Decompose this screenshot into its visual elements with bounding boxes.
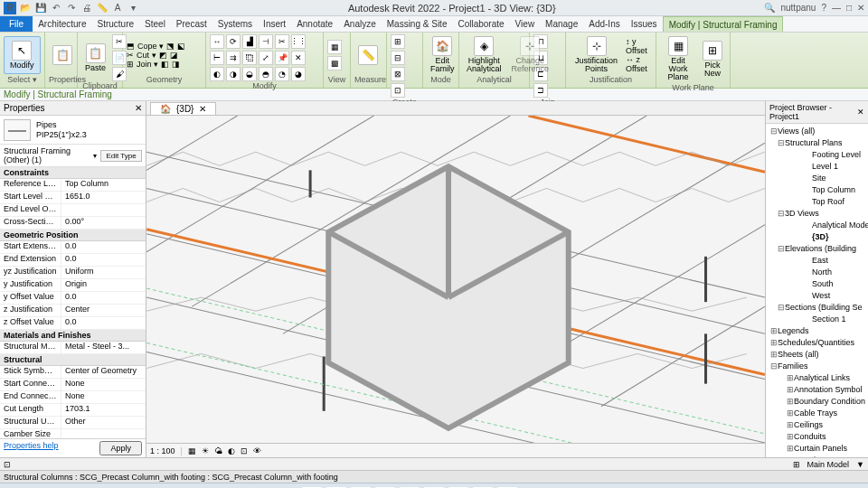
tree-item[interactable]: ⊞Annotation Symbol (777, 384, 866, 396)
pin-icon[interactable]: 📌 (275, 51, 289, 65)
tree-item[interactable]: West (786, 290, 866, 302)
geom-icon-1[interactable]: ⬔ (166, 42, 175, 51)
change-reference-button[interactable]: ⊹Change Reference (508, 34, 553, 75)
crop-icon[interactable]: ⊡ (241, 446, 248, 455)
apply-button[interactable]: Apply (99, 441, 142, 455)
help-icon[interactable]: ? (821, 3, 826, 13)
user-name[interactable]: nuttpanu (780, 3, 816, 13)
tab-addins[interactable]: Add-Ins (583, 16, 625, 32)
view-cube[interactable] (146, 123, 758, 443)
browser-tree[interactable]: ⊟Views (all) ⊟Structural Plans Footing L… (766, 124, 868, 457)
view-tab-3d[interactable]: 🏠{3D}✕ (150, 102, 216, 115)
properties-help-link[interactable]: Properties help (4, 441, 59, 455)
tree-item[interactable]: Section 1 (786, 314, 866, 325)
tree-item[interactable]: ⊞Analytical Links (777, 372, 866, 384)
measure-icon[interactable]: 📏 (96, 2, 108, 14)
redo-icon[interactable]: ↷ (65, 2, 78, 14)
mod-icon-4[interactable]: ◓ (259, 67, 273, 81)
join-icon[interactable]: ⊞ (127, 60, 134, 69)
copy-mod-icon[interactable]: ⿻ (242, 51, 257, 65)
move-icon[interactable]: ↔ (210, 34, 224, 49)
close-view-icon[interactable]: ✕ (199, 104, 206, 114)
3d-canvas[interactable]: 4000 (146, 116, 765, 443)
tree-item[interactable]: {3D} (786, 231, 866, 243)
tab-issues[interactable]: Issues (626, 16, 663, 32)
mod-icon-2[interactable]: ◑ (226, 67, 241, 81)
property-row[interactable]: Stick Symbol Loca...Center of Geometry (0, 366, 146, 379)
worksets-icon[interactable]: ⊞ (793, 460, 800, 469)
property-value[interactable]: 0.0 (61, 317, 146, 329)
tab-steel[interactable]: Steel (139, 16, 171, 32)
tree-sheets[interactable]: ⊞Sheets (all) (768, 349, 866, 361)
property-row[interactable]: Structural MaterialMetal - Steel - 3... (0, 342, 146, 354)
close-icon[interactable]: ✕ (857, 3, 864, 13)
tree-item[interactable]: North (786, 267, 866, 278)
property-row[interactable]: End Level Offset (0, 204, 146, 217)
edit-type-button[interactable]: Edit Type (100, 150, 142, 162)
mirror-icon[interactable]: ▟ (242, 34, 257, 49)
property-value[interactable]: 0.0 (61, 292, 146, 304)
properties-button[interactable]: 📋 (49, 43, 76, 67)
tree-sections[interactable]: ⊟Sections (Building Se (768, 302, 866, 314)
property-value[interactable]: Uniform (61, 267, 146, 278)
tree-item[interactable]: ⊞Ceilings (777, 419, 866, 431)
property-value[interactable]: 0.00° (61, 217, 146, 229)
qat-more-icon[interactable]: ▾ (127, 2, 139, 14)
property-row[interactable]: Camber Size (0, 429, 146, 438)
trim-icon[interactable]: ⊣ (259, 34, 273, 49)
tab-precast[interactable]: Precast (171, 16, 212, 32)
create-icon-2[interactable]: ⊟ (391, 51, 405, 65)
close-properties-icon[interactable]: ✕ (135, 103, 142, 113)
tree-item[interactable]: ⊞Curtain Panels (777, 443, 866, 455)
property-value[interactable]: 1651.0 (61, 192, 146, 203)
tab-insert[interactable]: Insert (258, 16, 291, 32)
property-value[interactable] (61, 429, 146, 438)
text-icon[interactable]: A (111, 2, 124, 14)
rotate-icon[interactable]: ⟳ (226, 34, 241, 49)
mod-icon-5[interactable]: ◔ (275, 67, 289, 81)
property-row[interactable]: Reference LevelTop Column (0, 179, 146, 192)
edit-family-button[interactable]: 🏠Edit Family (427, 34, 458, 75)
shadow-icon[interactable]: ◐ (228, 446, 235, 455)
property-row[interactable]: End ConnectionNone (0, 391, 146, 404)
pick-new-button[interactable]: ⊞Pick New (699, 39, 726, 80)
geom-icon-5[interactable]: ◧ (161, 60, 169, 69)
property-value[interactable]: None (61, 391, 146, 403)
tab-annotate[interactable]: Annotate (291, 16, 338, 32)
tree-item[interactable]: South (786, 278, 866, 290)
property-row[interactable]: Start Extension0.0 (0, 241, 146, 254)
main-model-label[interactable]: Main Model (807, 460, 850, 469)
tree-root[interactable]: ⊟Views (all) (768, 126, 866, 137)
create-icon-4[interactable]: ⊡ (391, 83, 405, 98)
scale-icon[interactable]: ⤢ (259, 51, 273, 65)
search-icon[interactable]: 🔍 (764, 3, 775, 13)
cope-icon[interactable]: ⬒ (127, 42, 135, 51)
tab-file[interactable]: File (0, 16, 33, 32)
tree-schedules[interactable]: ⊞Schedules/Quantities (768, 337, 866, 349)
paste-button[interactable]: 📋Paste (81, 42, 109, 74)
close-browser-icon[interactable]: ✕ (857, 108, 864, 117)
geom-icon-6[interactable]: ◨ (172, 60, 180, 69)
tree-item[interactable]: ⊞Cable Trays (777, 408, 866, 419)
property-value[interactable] (61, 204, 146, 216)
split-icon[interactable]: ✂ (275, 34, 289, 49)
maximize-icon[interactable]: □ (846, 3, 852, 13)
open-icon[interactable]: 📂 (19, 2, 32, 14)
property-value[interactable]: 1703.1 (61, 404, 146, 416)
property-value[interactable]: Other (61, 417, 146, 428)
property-value[interactable]: Top Column (61, 179, 146, 191)
select-mode-icon[interactable]: ⊡ (4, 460, 11, 469)
property-row[interactable]: Structural UsageOther (0, 417, 146, 429)
property-value[interactable]: Metal - Steel - 3... (61, 342, 146, 353)
type-selector[interactable]: PipesPIP25(1")x2.3 (0, 116, 146, 145)
tab-view[interactable]: View (510, 16, 541, 32)
measure-button[interactable]: 📏 (354, 43, 382, 67)
tab-collaborate[interactable]: Collaborate (452, 16, 509, 32)
tab-manage[interactable]: Manage (540, 16, 583, 32)
mod-icon-3[interactable]: ◒ (242, 67, 257, 81)
property-row[interactable]: Cut Length1703.1 (0, 404, 146, 417)
geom-icon-2[interactable]: ⬕ (177, 42, 185, 51)
property-row[interactable]: Cross-Section Rot...0.00° (0, 217, 146, 230)
tab-systems[interactable]: Systems (212, 16, 258, 32)
tab-modify-contextual[interactable]: Modify | Structural Framing (663, 16, 784, 32)
